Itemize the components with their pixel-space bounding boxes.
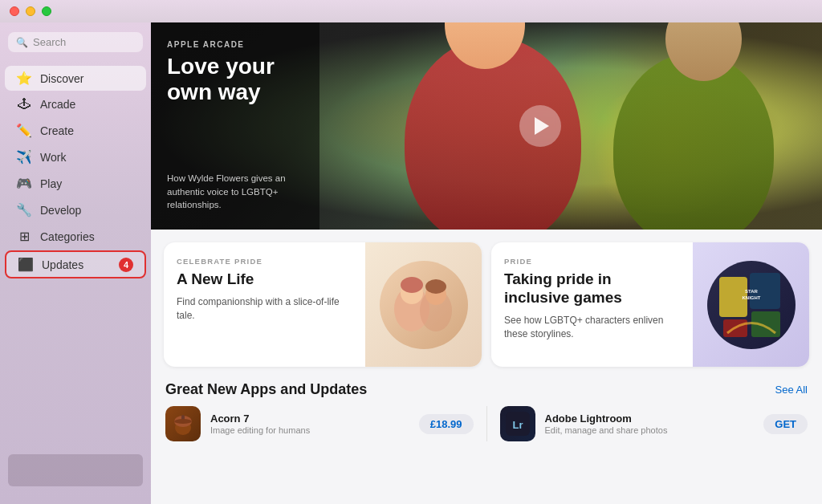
sidebar-item-label: Develop — [40, 204, 81, 217]
sidebar-item-label: Create — [40, 124, 74, 137]
app-icon-acorn — [165, 406, 201, 441]
sidebar: 🔍 Search ⭐ Discover 🕹 Arcade ✏️ Create ✈… — [0, 22, 151, 504]
app-price-button-acorn[interactable]: £18.99 — [419, 414, 474, 434]
games-collage-circle: STAR KNIGHT — [707, 261, 796, 349]
app-info-acorn: Acorn 7 Image editing for humans — [210, 413, 409, 435]
app-description: Image editing for humans — [210, 425, 409, 435]
discover-icon: ⭐ — [16, 71, 32, 86]
card-illustration-circle — [380, 261, 468, 349]
arcade-icon: 🕹 — [16, 97, 32, 112]
card-category: CELEBRATE PRIDE — [177, 257, 352, 266]
svg-text:KNIGHT: KNIGHT — [742, 295, 760, 300]
card-image-2: STAR KNIGHT — [693, 242, 809, 367]
hero-text-overlay: APPLE ARCADE Love your own way How Wylde… — [151, 22, 319, 230]
card-pride-games[interactable]: PRIDE Taking pride in inclusive games Se… — [491, 242, 809, 367]
app-get-button-lightroom[interactable]: GET — [763, 414, 808, 434]
titlebar — [0, 0, 822, 22]
play-icon: 🎮 — [16, 176, 32, 191]
main-content: APPLE ARCADE Love your own way How Wylde… — [151, 22, 822, 504]
card-title: A New Life — [177, 270, 352, 289]
sidebar-item-develop[interactable]: 🔧 Develop — [5, 197, 146, 222]
app-item-lightroom[interactable]: Lr Adobe Lightroom Edit, manage and shar… — [500, 406, 808, 441]
search-placeholder: Search — [33, 36, 66, 48]
section-title: Great New Apps and Updates — [165, 381, 367, 398]
card-text: PRIDE Taking pride in inclusive games Se… — [491, 242, 693, 367]
app-name: Adobe Lightroom — [545, 413, 755, 425]
see-all-link[interactable]: See All — [775, 384, 808, 396]
categories-icon: ⊞ — [16, 229, 32, 244]
sidebar-item-categories[interactable]: ⊞ Categories — [5, 224, 146, 249]
search-bar[interactable]: 🔍 Search — [8, 32, 143, 52]
sidebar-item-discover[interactable]: ⭐ Discover — [5, 66, 146, 91]
hero-characters — [356, 22, 822, 230]
sidebar-item-play[interactable]: 🎮 Play — [5, 171, 146, 196]
app-description: Edit, manage and share photos — [545, 425, 755, 435]
sidebar-item-updates[interactable]: ⬛ Updates 4 — [5, 250, 146, 278]
develop-icon: 🔧 — [16, 202, 32, 217]
hero-banner: APPLE ARCADE Love your own way How Wylde… — [151, 22, 822, 230]
sidebar-item-label: Categories — [40, 230, 95, 243]
play-triangle-icon — [535, 117, 549, 135]
card-category: PRIDE — [504, 257, 680, 266]
sidebar-item-label: Work — [40, 151, 66, 164]
svg-text:STAR: STAR — [745, 289, 759, 294]
sidebar-item-label: Arcade — [40, 98, 75, 111]
sidebar-item-arcade[interactable]: 🕹 Arcade — [5, 92, 146, 116]
updates-badge: 4 — [119, 258, 133, 272]
card-title: Taking pride in inclusive games — [504, 270, 680, 307]
app-icon-lightroom: Lr — [500, 406, 535, 441]
work-icon: ✈️ — [16, 149, 32, 165]
app-name: Acorn 7 — [210, 413, 409, 425]
card-text: CELEBRATE PRIDE A New Life Find companio… — [164, 242, 365, 367]
create-icon: ✏️ — [16, 123, 32, 138]
app-list-divider — [486, 406, 487, 441]
card-image-1 — [365, 242, 482, 367]
svg-point-5 — [425, 279, 446, 294]
card-new-life[interactable]: CELEBRATE PRIDE A New Life Find companio… — [164, 242, 482, 367]
app-info-lightroom: Adobe Lightroom Edit, manage and share p… — [545, 413, 755, 435]
maximize-button[interactable] — [42, 6, 51, 16]
sidebar-item-label: Updates — [42, 258, 83, 271]
app-list: Acorn 7 Image editing for humans £18.99 … — [151, 406, 822, 449]
app-container: 🔍 Search ⭐ Discover 🕹 Arcade ✏️ Create ✈… — [0, 22, 822, 504]
minimize-button[interactable] — [26, 6, 35, 16]
sidebar-item-label: Discover — [40, 72, 83, 85]
sidebar-footer — [8, 454, 143, 486]
hero-title: Love your own way — [167, 54, 303, 105]
sidebar-item-create[interactable]: ✏️ Create — [5, 118, 146, 143]
app-item-acorn[interactable]: Acorn 7 Image editing for humans £18.99 — [165, 406, 474, 441]
updates-icon: ⬛ — [18, 257, 34, 272]
hero-category: APPLE ARCADE — [167, 40, 303, 49]
card-description: Find companionship with a slice-of-life … — [177, 295, 352, 323]
play-button[interactable] — [519, 105, 561, 147]
hero-description: How Wylde Flowers gives an authentic voi… — [167, 172, 303, 212]
sidebar-item-work[interactable]: ✈️ Work — [5, 144, 146, 169]
svg-point-15 — [174, 419, 192, 424]
section-header: Great New Apps and Updates See All — [151, 367, 822, 406]
close-button[interactable] — [10, 6, 19, 16]
svg-point-4 — [401, 277, 423, 293]
cards-section: CELEBRATE PRIDE A New Life Find companio… — [151, 230, 822, 367]
card-description: See how LGBTQ+ characters enliven these … — [504, 314, 680, 342]
search-icon: 🔍 — [16, 37, 28, 48]
svg-text:Lr: Lr — [512, 419, 523, 431]
sidebar-item-label: Play — [40, 177, 62, 190]
